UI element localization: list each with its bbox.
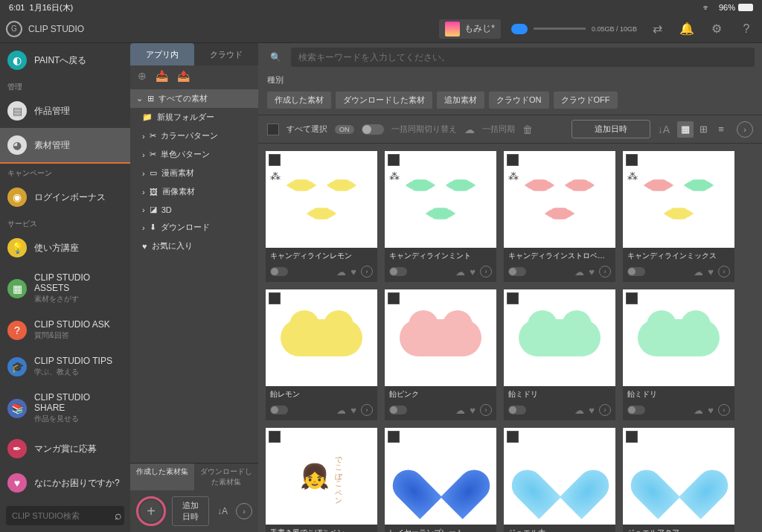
card-checkbox[interactable] (507, 292, 519, 304)
sidebar-assets[interactable]: ▦ CLIP STUDIO ASSETS素材をさがす (0, 265, 130, 312)
open-icon[interactable]: › (361, 404, 373, 416)
sync-toggle[interactable] (362, 124, 384, 135)
open-icon[interactable]: › (599, 266, 611, 278)
sidebar-tips[interactable]: 🎓 CLIP STUDIO TIPS学ぶ、教える (0, 348, 130, 385)
card-checkbox[interactable] (269, 292, 281, 304)
cloud-storage[interactable]: 0.05GB / 10GB (511, 24, 637, 34)
material-card[interactable]: 飴ミドリ☁♥› (623, 289, 734, 420)
tree-item[interactable]: ›✂単色パターン (130, 145, 258, 164)
material-card[interactable]: ⁂キャンディラインミント☁♥› (385, 151, 496, 282)
tree-item[interactable]: ›🖼画像素材 (130, 182, 258, 201)
sort-order-icon[interactable]: ↓A (658, 124, 670, 135)
add-button[interactable]: + (140, 500, 162, 522)
open-icon[interactable]: › (361, 266, 373, 278)
sidebar-manga[interactable]: ✒ マンガ賞に応募 (0, 432, 130, 466)
tree-item[interactable]: ♥お気に入り (130, 237, 258, 255)
favorite-icon[interactable]: ♥ (470, 266, 476, 278)
material-card[interactable]: レイヤーテンプレート☁♥› (385, 428, 496, 532)
add-folder-icon[interactable]: ⊕ (138, 70, 147, 82)
sidebar-search[interactable]: ⌕ (6, 506, 124, 525)
cloud-icon[interactable]: ☁ (574, 405, 584, 416)
help-icon[interactable]: ? (737, 19, 756, 39)
card-checkbox[interactable] (269, 431, 281, 443)
sidebar-login-bonus[interactable]: ◉ ログインボーナス (0, 180, 130, 214)
bottom-tab-downloaded[interactable]: ダウンロードした素材集 (194, 464, 258, 490)
sort-button[interactable]: 追加日時 (572, 120, 650, 138)
material-card[interactable]: 飴レモン☁♥› (266, 289, 377, 420)
card-checkbox[interactable] (388, 431, 400, 443)
card-toggle[interactable] (389, 406, 407, 414)
sidebar-howto[interactable]: 💡 使い方講座 (0, 231, 130, 265)
card-toggle[interactable] (389, 267, 407, 276)
cloud-sync-icon[interactable]: ☁ (464, 124, 475, 135)
bottom-tab-created[interactable]: 作成した素材集 (130, 464, 194, 490)
card-toggle[interactable] (270, 267, 288, 276)
cloud-icon[interactable]: ☁ (455, 405, 465, 416)
material-card[interactable]: ⁂キャンディラインストロベリー☁♥› (504, 151, 615, 282)
trash-icon[interactable]: 🗑 (522, 124, 533, 135)
bottom-sort[interactable]: 追加日時 (172, 496, 209, 526)
sort-order-icon[interactable]: ↓A (215, 504, 230, 519)
tree-root[interactable]: ⌄ ⊞ すべての素材 (130, 89, 258, 108)
material-card[interactable]: 飴ピンク☁♥› (385, 289, 496, 420)
gear-icon[interactable]: ⚙ (707, 19, 726, 39)
cloud-icon[interactable]: ☁ (694, 266, 703, 278)
sidebar-materials[interactable]: ◕ 素材管理 (0, 128, 130, 164)
folder-out-icon[interactable]: 📤 (177, 70, 190, 82)
next-page-icon[interactable]: › (737, 121, 753, 138)
card-checkbox[interactable] (626, 292, 638, 304)
material-card[interactable]: ジュエル大☁♥› (504, 428, 615, 532)
cloud-icon[interactable]: ☁ (336, 266, 346, 278)
tree-item[interactable]: ›⬇ダウンロード (130, 218, 258, 237)
cloud-icon[interactable]: ☁ (336, 405, 346, 416)
favorite-icon[interactable]: ♥ (708, 405, 714, 416)
favorite-icon[interactable]: ♥ (470, 405, 476, 416)
card-toggle[interactable] (627, 406, 645, 414)
next-icon[interactable]: › (236, 503, 252, 519)
tree-item[interactable]: ›✂カラーパターン (130, 126, 258, 145)
tab-inapp[interactable]: アプリ内 (130, 43, 194, 65)
back-to-paint[interactable]: ◐ PAINTへ戻る (0, 43, 130, 77)
sidebar-help[interactable]: ♥ なにかお困りですか? (0, 466, 130, 500)
favorite-icon[interactable]: ♥ (589, 266, 595, 278)
bell-icon[interactable]: 🔔 (677, 19, 697, 39)
view-list-icon[interactable]: ≡ (713, 121, 729, 138)
open-icon[interactable]: › (480, 404, 492, 416)
folder-in-icon[interactable]: 📥 (156, 70, 168, 82)
open-icon[interactable]: › (480, 266, 492, 278)
user-chip[interactable]: もみじ* (439, 19, 501, 39)
sidebar-ask[interactable]: ? CLIP STUDIO ASK質問&回答 (0, 312, 130, 348)
logo-area[interactable]: G CLIP STUDIO (6, 21, 129, 37)
tree-item[interactable]: 📁新規フォルダー (130, 108, 258, 126)
material-card[interactable]: ⁂キャンディラインミックス☁♥› (623, 151, 734, 282)
view-grid-large-icon[interactable]: ▦ (677, 121, 694, 138)
card-toggle[interactable] (270, 406, 288, 414)
select-all-checkbox[interactable] (267, 124, 279, 135)
cloud-icon[interactable]: ☁ (455, 266, 465, 278)
open-icon[interactable]: › (599, 404, 611, 416)
material-card[interactable]: ⁂キャンディラインレモン☁♥› (266, 151, 377, 282)
favorite-icon[interactable]: ♥ (350, 266, 356, 278)
card-toggle[interactable] (627, 267, 645, 276)
card-checkbox[interactable] (388, 154, 400, 166)
card-checkbox[interactable] (507, 431, 519, 443)
card-checkbox[interactable] (507, 154, 519, 166)
open-icon[interactable]: › (718, 266, 730, 278)
chip[interactable]: 追加素材 (437, 92, 484, 109)
material-card[interactable]: 👧でこぼこペン手書き風でこぼこペン☁♥› (266, 428, 377, 532)
view-grid-small-icon[interactable]: ⊞ (695, 121, 711, 138)
chip[interactable]: クラウドOFF (554, 92, 618, 109)
material-card[interactable]: ジュエルアクア☁♥› (623, 428, 734, 532)
tree-item[interactable]: ›▭漫画素材 (130, 164, 258, 182)
chip[interactable]: クラウドON (489, 92, 549, 109)
search-input[interactable] (291, 48, 755, 67)
material-card[interactable]: 飴ミドリ☁♥› (504, 289, 615, 420)
tree-item[interactable]: ›◪3D (130, 201, 258, 218)
favorite-icon[interactable]: ♥ (589, 405, 595, 416)
card-toggle[interactable] (508, 267, 526, 276)
card-checkbox[interactable] (626, 431, 638, 443)
cloud-icon[interactable]: ☁ (574, 266, 584, 278)
card-checkbox[interactable] (269, 154, 281, 166)
on-pill[interactable]: ON (335, 125, 354, 134)
chip[interactable]: 作成した素材 (267, 92, 331, 109)
